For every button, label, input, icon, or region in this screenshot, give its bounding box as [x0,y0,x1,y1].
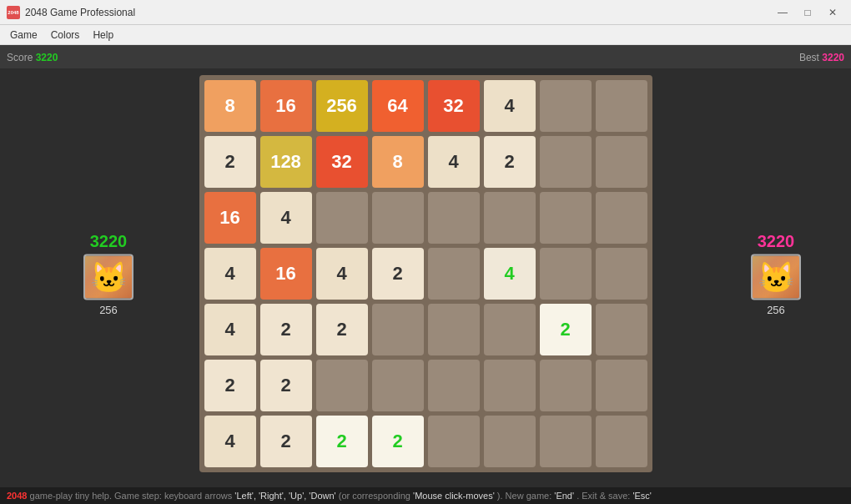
left-cat-image [83,255,133,300]
minimize-button[interactable]: — [771,4,794,21]
grid-cell-6-3[interactable]: 2 [372,416,424,467]
grid-cell-3-2[interactable]: 4 [316,248,368,300]
grid-cell-0-6[interactable] [540,80,592,132]
grid-cell-1-4[interactable]: 4 [428,136,480,188]
grid-cell-4-5[interactable] [484,304,536,355]
left-score: 3220 [90,232,128,251]
grid-cell-6-5[interactable] [484,416,536,467]
grid-cell-1-1[interactable]: 128 [260,136,312,188]
best-display: Best 3220 [799,49,844,64]
grid-cell-5-3[interactable] [372,360,424,411]
grid-cell-5-1[interactable]: 2 [260,360,312,411]
grid-cell-2-5[interactable] [484,192,536,244]
best-label: Best [799,52,822,63]
grid-cell-5-6[interactable] [540,360,592,411]
grid-cell-4-2[interactable]: 2 [316,304,368,355]
window-title: 2048 Game Professional [25,7,135,18]
grid-cell-2-4[interactable] [428,192,480,244]
side-panel-right: 3220 256 [751,232,801,316]
menu-help[interactable]: Help [86,28,120,43]
grid-cell-3-0[interactable]: 4 [204,248,256,300]
grid-cell-0-1[interactable]: 16 [260,80,312,132]
status-text-6: ). New game: [497,491,554,501]
game-grid[interactable]: 816256643242128328421644164244222224222 [199,75,652,472]
grid-cell-3-4[interactable] [428,248,480,300]
right-cat-image [751,255,801,300]
grid-cell-2-2[interactable] [316,192,368,244]
status-text: 2048 game-play tiny help. Game step: key… [7,491,652,501]
status-key-mouse: 'Mouse click-moves' [413,491,495,501]
status-highlight-2048: 2048 [7,491,27,501]
grid-cell-3-5[interactable]: 4 [484,248,536,300]
right-score: 3220 [758,232,795,251]
grid-cell-4-4[interactable] [428,304,480,355]
menu-colors[interactable]: Colors [44,28,87,43]
grid-cell-6-1[interactable]: 2 [260,416,312,467]
score-label: Score [7,52,36,63]
title-bar: 2048 2048 Game Professional — □ ✕ [0,0,851,25]
grid-cell-2-7[interactable] [596,192,647,244]
grid-cell-6-6[interactable] [540,416,592,467]
status-text-4: (or corresponding [339,491,413,501]
grid-cell-2-3[interactable] [372,192,424,244]
grid-cell-3-1[interactable]: 16 [260,248,312,300]
game-area: 3220 256 8162566432421283284216441642442… [0,68,851,479]
maximize-button[interactable]: □ [796,4,819,21]
grid-cell-5-7[interactable] [596,360,647,411]
grid-cell-5-4[interactable] [428,360,480,411]
grid-cell-6-0[interactable]: 4 [204,416,256,467]
grid-cell-0-2[interactable]: 256 [316,80,368,132]
grid-cell-2-1[interactable]: 4 [260,192,312,244]
grid-cell-3-6[interactable] [540,248,592,300]
grid-cell-1-3[interactable]: 8 [372,136,424,188]
side-panel-left: 3220 256 [83,232,133,316]
grid-cell-1-7[interactable] [596,136,647,188]
grid-cell-0-3[interactable]: 64 [372,80,424,132]
status-key-arrows: 'Left', 'Right', 'Up', 'Down' [234,491,335,501]
grid-cell-5-0[interactable]: 2 [204,360,256,411]
grid-cell-6-2[interactable]: 2 [316,416,368,467]
best-value: 3220 [822,52,844,63]
status-key-esc: 'Esc' [632,491,652,501]
status-text-2: game-play tiny help. Game step: keyboard… [30,491,235,501]
grid-cell-5-2[interactable] [316,360,368,411]
grid-cell-5-5[interactable] [484,360,536,411]
menu-game[interactable]: Game [3,28,44,43]
close-button[interactable]: ✕ [821,4,844,21]
grid-cell-4-1[interactable]: 2 [260,304,312,355]
grid-cell-2-6[interactable] [540,192,592,244]
score-bar: Score 3220 Best 3220 [0,45,851,68]
grid-cell-0-0[interactable]: 8 [204,80,256,132]
grid-cell-4-6[interactable]: 2 [540,304,592,355]
menu-bar: Game Colors Help [0,25,851,45]
score-value: 3220 [36,52,58,63]
status-text-8: . Exit & save: [577,491,632,501]
left-tile-value: 256 [99,304,118,316]
status-key-end: 'End' [554,491,574,501]
grid-cell-4-7[interactable] [596,304,647,355]
grid-cell-1-5[interactable]: 2 [484,136,536,188]
grid-cell-4-0[interactable]: 4 [204,304,256,355]
grid-cell-1-0[interactable]: 2 [204,136,256,188]
grid-cell-6-4[interactable] [428,416,480,467]
window-controls: — □ ✕ [771,4,844,21]
grid-cell-1-2[interactable]: 32 [316,136,368,188]
grid-cell-3-3[interactable]: 2 [372,248,424,300]
status-bar: 2048 game-play tiny help. Game step: key… [0,487,851,504]
grid-cell-1-6[interactable] [540,136,592,188]
app-icon: 2048 [7,6,20,19]
score-display: Score 3220 [7,49,58,64]
grid-cell-0-5[interactable]: 4 [484,80,536,132]
grid-cell-4-3[interactable] [372,304,424,355]
grid-cell-0-4[interactable]: 32 [428,80,480,132]
right-tile-value: 256 [767,304,785,316]
grid-cell-6-7[interactable] [596,416,647,467]
grid-cell-2-0[interactable]: 16 [204,192,256,244]
title-bar-left: 2048 2048 Game Professional [7,6,135,19]
grid-cell-0-7[interactable] [596,80,647,132]
grid-cell-3-7[interactable] [596,248,647,300]
